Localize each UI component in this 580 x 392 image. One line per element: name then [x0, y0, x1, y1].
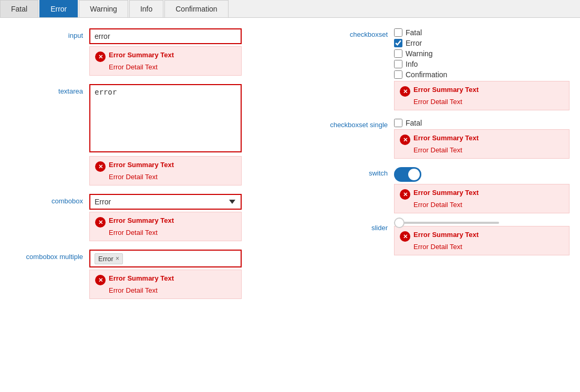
textarea-error-icon: [95, 161, 106, 172]
textarea-controls: error Error Summary Text Error Detail Te…: [89, 84, 284, 185]
combobox-multiple-error-icon: [95, 275, 106, 285]
left-panel: input Error Summary Text Error Detail Te…: [0, 28, 294, 375]
checkboxset-single-error-row: Error Summary Text: [400, 134, 564, 145]
checkboxset-item-fatal-label: Fatal: [406, 28, 422, 37]
input-error-icon: [95, 51, 106, 62]
checkboxset-controls: Fatal Error Warning Info: [394, 28, 569, 110]
checkboxset-single-item-fatal-label: Fatal: [406, 119, 422, 127]
checkboxset-label: checkboxset: [305, 28, 394, 38]
switch-error-box: Error Summary Text Error Detail Text: [394, 184, 569, 213]
slider-label: slider: [305, 222, 394, 232]
input-field[interactable]: [89, 28, 242, 44]
textarea-error-row: Error Summary Text: [95, 161, 236, 172]
checkboxset-single-label: checkboxset single: [305, 119, 394, 129]
checkboxset-item-error[interactable]: Error: [394, 39, 569, 47]
input-error-box: Error Summary Text Error Detail Text: [89, 46, 242, 76]
slider-error-detail: Error Detail Text: [413, 243, 564, 251]
input-controls: Error Summary Text Error Detail Text: [89, 28, 284, 76]
textarea-error-box: Error Summary Text Error Detail Text: [89, 156, 242, 185]
input-error-detail: Error Detail Text: [109, 63, 236, 71]
textarea-error-summary: Error Summary Text: [109, 161, 174, 169]
checkbox-single-fatal[interactable]: [394, 119, 402, 127]
slider-error-summary: Error Summary Text: [413, 231, 479, 239]
combobox-row: combobox Fatal Error Warning Info Confir…: [11, 194, 284, 241]
checkboxset-item-warning[interactable]: Warning: [394, 49, 569, 58]
checkboxset-error-row: Error Summary Text: [400, 86, 564, 97]
textarea-error-detail: Error Detail Text: [109, 173, 236, 181]
input-row: input Error Summary Text Error Detail Te…: [11, 28, 284, 76]
switch-error-icon: [400, 189, 410, 200]
textarea-field[interactable]: error: [89, 84, 242, 152]
slider-input[interactable]: [394, 222, 499, 224]
checkboxset-item-warning-label: Warning: [406, 49, 433, 58]
slider-error-box: Error Summary Text Error Detail Text: [394, 226, 569, 255]
checkbox-info[interactable]: [394, 60, 402, 68]
checkboxset-single-error-icon: [400, 135, 410, 145]
checkboxset-single-group: Fatal: [394, 119, 569, 127]
checkboxset-item-confirmation-label: Confirmation: [406, 70, 447, 79]
tab-fatal[interactable]: Fatal: [0, 0, 38, 17]
tab-confirmation[interactable]: Confirmation: [164, 0, 228, 17]
combobox-multiple-row: combobox multiple Error × Error Summary …: [11, 250, 284, 299]
checkboxset-error-detail: Error Detail Text: [413, 98, 564, 106]
combobox-multiple-controls: Error × Error Summary Text Error Detail …: [89, 250, 284, 299]
checkbox-warning[interactable]: [394, 49, 402, 58]
tab-error[interactable]: Error: [39, 0, 78, 17]
main-content: input Error Summary Text Error Detail Te…: [0, 18, 580, 385]
checkbox-fatal[interactable]: [394, 28, 402, 37]
checkboxset-item-fatal[interactable]: Fatal: [394, 28, 569, 37]
checkboxset-item-info[interactable]: Info: [394, 60, 569, 68]
combobox-error-detail: Error Detail Text: [109, 229, 236, 236]
checkbox-error[interactable]: [394, 39, 402, 47]
combobox-error-row: Error Summary Text: [95, 216, 236, 228]
tag-error-text: Error: [98, 255, 113, 263]
combobox-select[interactable]: Fatal Error Warning Info Confirmation: [89, 194, 242, 210]
checkboxset-single-row: checkboxset single Fatal Error Summary T…: [305, 119, 569, 159]
switch-error-detail: Error Detail Text: [413, 201, 564, 209]
slider-error-icon: [400, 231, 410, 242]
switch-controls: Error Summary Text Error Detail Text: [394, 167, 569, 213]
checkboxset-single-controls: Fatal Error Summary Text Error Detail Te…: [394, 119, 569, 159]
textarea-label: textarea: [11, 84, 89, 95]
checkboxset-error-summary: Error Summary Text: [413, 86, 479, 94]
combobox-multiple-error-summary: Error Summary Text: [109, 274, 174, 282]
combobox-error-summary: Error Summary Text: [109, 216, 174, 224]
combobox-multiple-error-box: Error Summary Text Error Detail Text: [89, 270, 242, 299]
switch-error-summary: Error Summary Text: [413, 189, 479, 197]
checkboxset-group: Fatal Error Warning Info: [394, 28, 569, 79]
checkboxset-item-info-label: Info: [406, 60, 418, 68]
combobox-error-box: Error Summary Text Error Detail Text: [89, 212, 242, 241]
slider-row: slider Error Summary Text Error Detail T…: [305, 222, 569, 255]
switch-container: [394, 167, 569, 182]
slider-track-container: [394, 222, 569, 224]
input-error-summary: Error Summary Text: [109, 51, 174, 59]
slider-controls: Error Summary Text Error Detail Text: [394, 222, 569, 255]
slider-error-row: Error Summary Text: [400, 231, 564, 242]
combobox-multiple-error-detail: Error Detail Text: [109, 286, 236, 294]
tag-input-field[interactable]: Error ×: [89, 250, 242, 267]
toggle-switch[interactable]: [394, 167, 421, 182]
switch-label: switch: [305, 167, 394, 177]
tab-info[interactable]: Info: [129, 0, 163, 17]
switch-row: switch Error Summary Text Error Detail T…: [305, 167, 569, 213]
input-error-row: Error Summary Text: [95, 51, 236, 62]
checkboxset-item-error-label: Error: [406, 39, 422, 47]
tab-bar: Fatal Error Warning Info Confirmation: [0, 0, 580, 18]
checkboxset-single-item-fatal[interactable]: Fatal: [394, 119, 569, 127]
tag-error: Error ×: [95, 253, 123, 264]
checkboxset-single-error-box: Error Summary Text Error Detail Text: [394, 129, 569, 159]
switch-error-row: Error Summary Text: [400, 189, 564, 200]
input-label: input: [11, 28, 89, 39]
tab-warning[interactable]: Warning: [79, 0, 128, 17]
checkboxset-single-error-detail: Error Detail Text: [413, 146, 564, 154]
textarea-row: textarea error Error Summary Text Error …: [11, 84, 284, 185]
tag-error-close[interactable]: ×: [116, 255, 119, 262]
combobox-error-icon: [95, 217, 106, 228]
checkboxset-error-icon: [400, 86, 410, 97]
right-panel: checkboxset Fatal Error Warning: [294, 28, 580, 375]
checkbox-confirmation[interactable]: [394, 70, 402, 79]
checkboxset-item-confirmation[interactable]: Confirmation: [394, 70, 569, 79]
combobox-multiple-error-row: Error Summary Text: [95, 274, 236, 285]
combobox-label: combobox: [11, 194, 89, 205]
combobox-multiple-label: combobox multiple: [11, 250, 89, 261]
